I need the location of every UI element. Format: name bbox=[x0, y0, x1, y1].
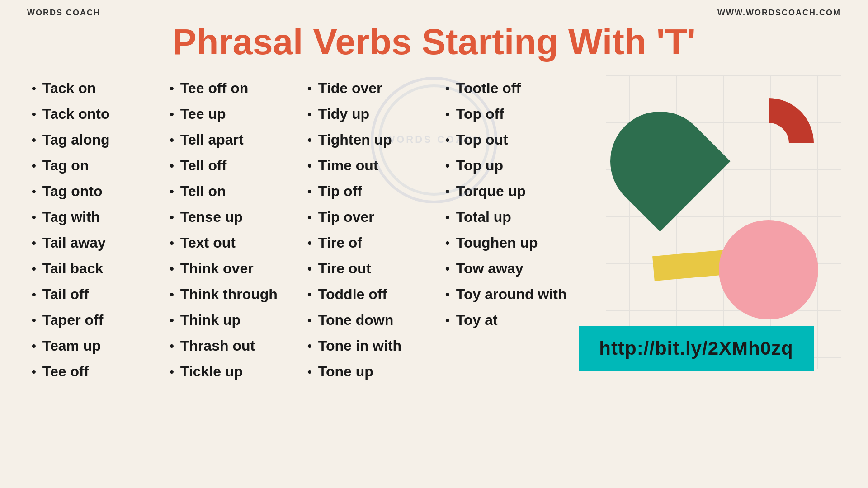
list-item: Tell on bbox=[170, 178, 298, 204]
list-item: Tootle off bbox=[445, 75, 574, 101]
list-col-3: Tide over Tidy up Tighten up Time out Ti… bbox=[307, 75, 436, 385]
list-item: Tide over bbox=[307, 75, 436, 101]
list-item: Tone up bbox=[307, 359, 436, 385]
list-item: Tee up bbox=[170, 101, 298, 127]
list-item: Toy at bbox=[445, 307, 574, 333]
list-item: Tail back bbox=[32, 256, 160, 282]
list-item: Tire out bbox=[307, 256, 436, 282]
list-item: Tone in with bbox=[307, 333, 436, 359]
list-item: Tag on bbox=[32, 153, 160, 178]
list-item: Tense up bbox=[170, 204, 298, 230]
right-panel: http://bit.ly/2XMh0zq bbox=[579, 75, 841, 385]
list-item: Tighten up bbox=[307, 127, 436, 153]
list-item: Tone down bbox=[307, 307, 436, 333]
list-item: Tidy up bbox=[307, 101, 436, 127]
col-3: Tide over Tidy up Tighten up Time out Ti… bbox=[303, 75, 441, 385]
list-item: Taper off bbox=[32, 307, 160, 333]
list-item: Tag along bbox=[32, 127, 160, 153]
brand-left: WORDS COACH bbox=[27, 8, 100, 18]
list-item: Text out bbox=[170, 230, 298, 256]
list-item: Think over bbox=[170, 256, 298, 282]
pink-circle-shape bbox=[719, 220, 818, 319]
list-item: Tag onto bbox=[32, 178, 160, 204]
list-item: Tail off bbox=[32, 282, 160, 307]
list-item: Top out bbox=[445, 127, 574, 153]
list-item: Top off bbox=[445, 101, 574, 127]
brand-right: WWW.WORDSCOACH.COM bbox=[717, 8, 841, 18]
list-item: Think through bbox=[170, 282, 298, 307]
list-col-2: Tee off on Tee up Tell apart Tell off Te… bbox=[170, 75, 298, 385]
columns-wrapper: Tack on Tack onto Tag along Tag on Tag o… bbox=[27, 75, 579, 385]
content-area: Tack on Tack onto Tag along Tag on Tag o… bbox=[0, 75, 868, 385]
list-item: Toddle off bbox=[307, 282, 436, 307]
list-item: Tack on bbox=[32, 75, 160, 101]
list-item: Tail away bbox=[32, 230, 160, 256]
list-item: Tee off bbox=[32, 359, 160, 385]
col-2: Tee off on Tee up Tell apart Tell off Te… bbox=[165, 75, 303, 385]
list-item: Tell off bbox=[170, 153, 298, 178]
list-item: Tip over bbox=[307, 204, 436, 230]
list-item: Top up bbox=[445, 153, 574, 178]
list-item: Team up bbox=[32, 333, 160, 359]
list-item: Tow away bbox=[445, 256, 574, 282]
list-item: Time out bbox=[307, 153, 436, 178]
list-col-4: Tootle off Top off Top out Top up Torque… bbox=[445, 75, 574, 333]
list-item: Total up bbox=[445, 204, 574, 230]
list-col-1: Tack on Tack onto Tag along Tag on Tag o… bbox=[32, 75, 160, 385]
list-item: Torque up bbox=[445, 178, 574, 204]
list-item: Think up bbox=[170, 307, 298, 333]
list-item: Tire of bbox=[307, 230, 436, 256]
list-item: Toughen up bbox=[445, 230, 574, 256]
col-4: Tootle off Top off Top out Top up Torque… bbox=[441, 75, 579, 385]
page-title: Phrasal Verbs Starting With 'T' bbox=[0, 18, 868, 75]
list-item: Tee off on bbox=[170, 75, 298, 101]
list-item: Tell apart bbox=[170, 127, 298, 153]
list-item: Tack onto bbox=[32, 101, 160, 127]
link-bar[interactable]: http://bit.ly/2XMh0zq bbox=[579, 326, 814, 371]
list-item: Toy around with bbox=[445, 282, 574, 307]
list-item: Thrash out bbox=[170, 333, 298, 359]
list-item: Tip off bbox=[307, 178, 436, 204]
col-1: Tack on Tack onto Tag along Tag on Tag o… bbox=[27, 75, 165, 385]
list-item: Tag with bbox=[32, 204, 160, 230]
link-text: http://bit.ly/2XMh0zq bbox=[599, 338, 793, 359]
list-item: Tickle up bbox=[170, 359, 298, 385]
